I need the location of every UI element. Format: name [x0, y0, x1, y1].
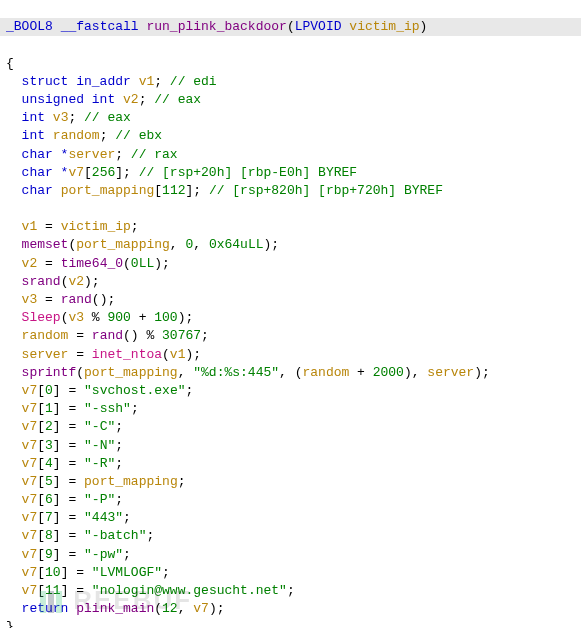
function-signature: _BOOL8 __fastcall run_plink_backdoor(LPV… — [0, 18, 581, 36]
function-name: run_plink_backdoor — [146, 19, 286, 34]
param-type: LPVOID — [295, 19, 342, 34]
param-name: victim_ip — [349, 19, 419, 34]
decompiled-code: _BOOL8 __fastcall run_plink_backdoor(LPV… — [0, 0, 581, 628]
calling-convention: __fastcall — [61, 19, 139, 34]
return-type: _BOOL8 — [6, 19, 53, 34]
